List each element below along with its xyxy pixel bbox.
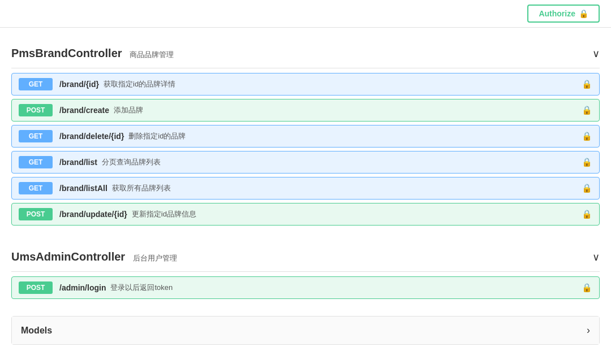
ums-admin-section: UmsAdminController 后台用户管理 ∨ POST /admin/… (11, 242, 600, 299)
models-header[interactable]: Models › (12, 317, 599, 344)
api-path: /brand/delete/{id} (59, 132, 124, 141)
api-desc: 添加品牌 (114, 105, 143, 115)
authorize-button[interactable]: Authorize 🔒 (527, 5, 600, 23)
api-row[interactable]: GET /brand/list 分页查询品牌列表 🔒 (11, 151, 600, 174)
api-desc: 登录以后返回token (110, 283, 173, 293)
api-desc: 删除指定id的品牌 (128, 131, 186, 141)
method-badge-get: GET (19, 182, 53, 194)
models-chevron-icon: › (587, 324, 590, 336)
api-row[interactable]: POST /admin/login 登录以后返回token 🔒 (11, 276, 600, 299)
models-title: Models (21, 326, 52, 336)
method-badge-post: POST (19, 104, 53, 116)
ums-admin-controller-name: UmsAdminController (11, 250, 125, 263)
lock-icon: 🔒 (582, 105, 592, 115)
pms-brand-chevron-icon: ∨ (592, 47, 600, 60)
method-badge-get: GET (19, 156, 53, 168)
api-desc: 分页查询品牌列表 (102, 157, 161, 167)
top-bar: Authorize 🔒 (0, 0, 611, 28)
lock-icon: 🔒 (582, 131, 592, 141)
api-desc: 更新指定id品牌信息 (132, 209, 196, 219)
api-path: /brand/create (59, 106, 109, 115)
pms-brand-api-list: GET /brand/{id} 获取指定id的品牌详情 🔒 POST /bran… (11, 73, 600, 226)
pms-brand-controller-subtitle: 商品品牌管理 (130, 50, 174, 59)
api-desc: 获取所有品牌列表 (112, 183, 171, 193)
method-badge-post: POST (19, 281, 53, 294)
method-badge-post: POST (19, 208, 53, 220)
lock-icon: 🔒 (582, 209, 592, 219)
pms-brand-title-group: PmsBrandController 商品品牌管理 (11, 47, 174, 60)
api-path: /brand/list (59, 158, 97, 167)
method-badge-get: GET (19, 78, 53, 90)
api-row[interactable]: GET /brand/delete/{id} 删除指定id的品牌 🔒 (11, 125, 600, 148)
method-badge-get: GET (19, 130, 53, 142)
api-path: /brand/{id} (59, 80, 99, 89)
api-row[interactable]: GET /brand/listAll 获取所有品牌列表 🔒 (11, 177, 600, 200)
ums-admin-chevron-icon: ∨ (592, 251, 600, 263)
lock-icon: 🔒 (582, 157, 592, 167)
api-row[interactable]: GET /brand/{id} 获取指定id的品牌详情 🔒 (11, 73, 600, 96)
models-section: Models › (11, 316, 600, 345)
pms-brand-header[interactable]: PmsBrandController 商品品牌管理 ∨ (11, 39, 600, 68)
api-path: /brand/listAll (59, 184, 107, 193)
pms-brand-controller-name: PmsBrandController (11, 47, 122, 59)
lock-icon: 🔒 (582, 183, 592, 193)
main-content: PmsBrandController 商品品牌管理 ∨ GET /brand/{… (0, 28, 611, 356)
ums-admin-api-list: POST /admin/login 登录以后返回token 🔒 (11, 276, 600, 299)
api-path: /brand/update/{id} (59, 210, 127, 219)
api-path: /admin/login (59, 283, 106, 292)
ums-admin-title-group: UmsAdminController 后台用户管理 (11, 250, 177, 263)
ums-admin-header[interactable]: UmsAdminController 后台用户管理 ∨ (11, 242, 600, 272)
api-desc: 获取指定id的品牌详情 (104, 79, 175, 89)
ums-admin-controller-subtitle: 后台用户管理 (133, 254, 177, 262)
authorize-lock-icon: 🔒 (579, 9, 588, 18)
api-row[interactable]: POST /brand/create 添加品牌 🔒 (11, 99, 600, 122)
lock-icon: 🔒 (582, 283, 592, 293)
api-row[interactable]: POST /brand/update/{id} 更新指定id品牌信息 🔒 (11, 203, 600, 226)
lock-icon: 🔒 (582, 79, 592, 89)
pms-brand-section: PmsBrandController 商品品牌管理 ∨ GET /brand/{… (11, 39, 600, 226)
authorize-label: Authorize (539, 9, 575, 18)
